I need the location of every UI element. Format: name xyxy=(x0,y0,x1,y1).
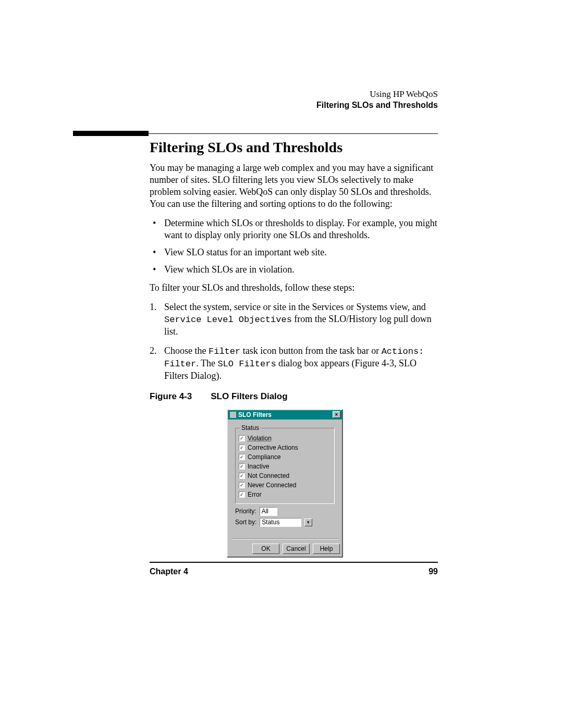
checkbox-row: Inactive xyxy=(239,463,331,470)
step-text: . The xyxy=(196,358,217,368)
step-text: task icon button from the task bar or xyxy=(240,346,381,356)
checkbox-label: Not Connected xyxy=(248,472,289,479)
list-item: View which SLOs are in violation. xyxy=(150,264,438,276)
separator xyxy=(232,538,338,539)
slo-filters-dialog: SLO Filters × Status Violation Correctiv… xyxy=(227,409,343,558)
checkbox-row: Never Connected xyxy=(239,482,331,489)
code-text: SLO Filters xyxy=(217,359,276,369)
thin-rule-icon xyxy=(149,133,438,134)
checkbox-row: Compliance xyxy=(239,453,331,461)
help-button[interactable]: Help xyxy=(313,544,340,554)
cancel-button[interactable]: Cancel xyxy=(283,544,310,554)
section-rule xyxy=(73,128,438,138)
priority-field[interactable]: All xyxy=(260,507,277,516)
figure-title: SLO Filters Dialog xyxy=(211,391,287,401)
chevron-down-icon[interactable]: ▾ xyxy=(304,519,312,526)
dialog-body: Status Violation Corrective Actions Comp… xyxy=(228,419,342,544)
list-item: Select the system, service or site in th… xyxy=(150,301,438,338)
ok-button[interactable]: OK xyxy=(252,544,279,554)
dialog-title: SLO Filters xyxy=(238,411,272,418)
checkbox-row: Corrective Actions xyxy=(239,444,331,451)
step-text: Select the system, service or site in th… xyxy=(164,302,426,312)
bullet-list: Determine which SLOs or thresholds to di… xyxy=(150,217,438,276)
footer-page-number: 99 xyxy=(429,567,438,576)
close-button[interactable]: × xyxy=(333,411,340,418)
dialog-titlebar: SLO Filters × xyxy=(228,410,342,419)
checkbox-label: Never Connected xyxy=(248,482,296,489)
checkbox-label: Error xyxy=(248,491,262,498)
status-groupbox: Status Violation Corrective Actions Comp… xyxy=(235,428,335,504)
section-title: Filtering SLOs and Thresholds xyxy=(150,139,438,156)
checkbox-row: Error xyxy=(239,491,331,498)
checkbox-error[interactable] xyxy=(239,491,245,498)
checkbox-label: Compliance xyxy=(248,453,280,461)
checkbox-row: Violation xyxy=(239,435,331,442)
running-header: Using HP WebQoS Filtering SLOs and Thres… xyxy=(316,89,438,111)
checkbox-violation[interactable] xyxy=(239,435,245,441)
groupbox-label: Status xyxy=(240,424,261,431)
checkbox-compliance[interactable] xyxy=(239,454,245,460)
body-column: Filtering SLOs and Thresholds You may be… xyxy=(150,139,438,558)
intro-paragraph: You may be managing a large web complex … xyxy=(150,162,438,210)
list-item: View SLO status for an important web sit… xyxy=(150,246,438,258)
thick-bar-icon xyxy=(73,131,149,136)
priority-row: Priority: All xyxy=(235,507,335,516)
sortby-value: Status xyxy=(262,519,279,526)
checkbox-not-connected[interactable] xyxy=(239,473,245,479)
dialog-button-row: OK Cancel Help xyxy=(228,544,342,557)
figure-label: Figure 4-3 xyxy=(150,391,192,401)
checkbox-inactive[interactable] xyxy=(239,463,245,470)
checkbox-label: Inactive xyxy=(248,463,269,470)
code-text: Service Level Objectives xyxy=(164,315,292,325)
steps-lead: To filter your SLOs and thresholds, foll… xyxy=(150,282,438,294)
steps-list: Select the system, service or site in th… xyxy=(150,301,438,381)
checkbox-label: Violation xyxy=(248,435,272,442)
checkbox-corrective-actions[interactable] xyxy=(239,445,245,451)
dialog-figure: SLO Filters × Status Violation Correctiv… xyxy=(227,409,343,558)
running-header-line1: Using HP WebQoS xyxy=(316,89,438,100)
list-item: Determine which SLOs or thresholds to di… xyxy=(150,217,438,241)
checkbox-label: Corrective Actions xyxy=(248,444,298,451)
checkbox-row: Not Connected xyxy=(239,472,331,479)
code-text: Filter xyxy=(209,347,240,356)
running-header-line2: Filtering SLOs and Thresholds xyxy=(316,100,438,111)
sortby-select[interactable]: Status xyxy=(260,518,301,527)
step-text: Choose the xyxy=(164,346,209,356)
footer-rule xyxy=(150,562,438,563)
checkbox-never-connected[interactable] xyxy=(239,482,245,488)
page-footer: Chapter 4 99 xyxy=(150,567,438,576)
priority-label: Priority: xyxy=(235,508,256,515)
list-item: Choose the Filter task icon button from … xyxy=(150,345,438,382)
figure-caption: Figure 4-3SLO Filters Dialog xyxy=(150,391,438,402)
footer-chapter: Chapter 4 xyxy=(150,567,188,576)
page: Using HP WebQoS Filtering SLOs and Thres… xyxy=(0,0,563,728)
system-menu-icon[interactable] xyxy=(230,412,236,418)
sortby-row: Sort by: Status ▾ xyxy=(235,518,335,527)
sortby-label: Sort by: xyxy=(235,519,256,526)
